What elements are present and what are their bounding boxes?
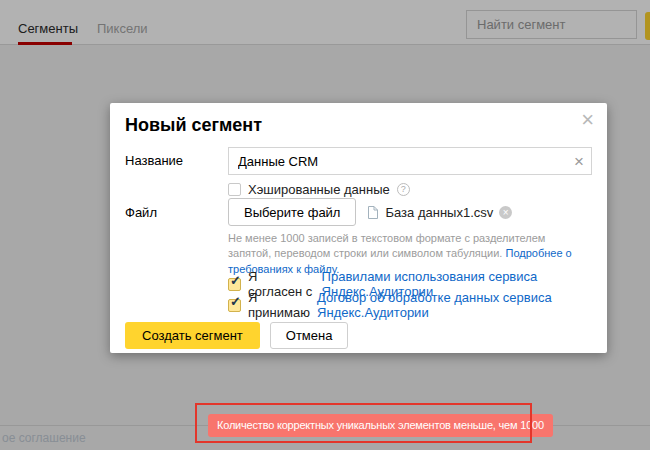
contract-link[interactable]: Договор об обработке данных сервиса Янде… bbox=[317, 290, 607, 320]
contract-checkbox[interactable]: ✓ bbox=[228, 299, 241, 312]
rules-checkbox[interactable]: ✓ bbox=[228, 278, 241, 291]
file-name: База данных1.csv bbox=[385, 205, 493, 220]
segment-name-field: × bbox=[228, 147, 592, 175]
clear-input-icon[interactable]: × bbox=[567, 153, 591, 170]
segment-name-input[interactable] bbox=[229, 154, 567, 169]
check-icon: ✓ bbox=[230, 273, 241, 288]
file-field-label: Файл bbox=[125, 205, 157, 220]
error-toast: Количество корректных уникальных элемент… bbox=[208, 414, 553, 437]
check-icon: ✓ bbox=[230, 294, 241, 309]
name-field-label: Название bbox=[125, 153, 183, 168]
new-segment-modal: Новый сегмент × Название × Хэшированные … bbox=[110, 103, 607, 353]
choose-file-button[interactable]: Выберите файл bbox=[228, 198, 356, 226]
create-segment-button[interactable]: Создать сегмент bbox=[125, 322, 260, 349]
info-icon[interactable]: ? bbox=[397, 183, 410, 196]
modal-actions: Создать сегмент Отмена bbox=[125, 322, 348, 349]
file-row: Выберите файл База данных1.csv × bbox=[228, 198, 512, 226]
remove-file-icon[interactable]: × bbox=[499, 206, 512, 219]
file-icon bbox=[367, 205, 379, 220]
screen: Сегменты Пиксели ое соглашение Новый сег… bbox=[0, 0, 650, 450]
uploaded-file-chip: База данных1.csv × bbox=[367, 205, 512, 220]
close-icon[interactable]: × bbox=[581, 109, 594, 131]
agreement-row-contract: ✓ Я принимаю Договор об обработке данных… bbox=[228, 290, 607, 320]
modal-title: Новый сегмент bbox=[125, 115, 262, 136]
hint-text: Не менее 1000 записей в текстовом формат… bbox=[228, 232, 545, 259]
cancel-button[interactable]: Отмена bbox=[270, 322, 349, 349]
hashed-data-label: Хэшированные данные bbox=[248, 182, 390, 197]
hashed-data-checkbox[interactable] bbox=[228, 183, 241, 196]
contract-text: Я принимаю bbox=[248, 290, 310, 320]
hashed-data-row: Хэшированные данные ? bbox=[228, 182, 410, 197]
